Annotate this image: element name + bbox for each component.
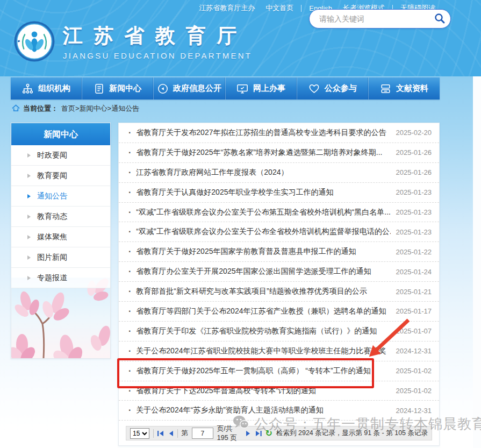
page-number-input[interactable] [192, 428, 213, 439]
nav-item[interactable]: 政府信息公开 [154, 77, 225, 99]
notice-link[interactable]: 教育部首批“新文科研究与改革实践项目”结题验收推荐优秀项目的公示 [136, 287, 390, 296]
triangle-bullet-icon [27, 255, 31, 260]
notice-row: ·省教育厅关于发布2027年拟在江苏招生的普通高校专业选考科目要求的公告2025… [119, 123, 439, 143]
page-label-suffix: 页/共 195 页 [217, 424, 242, 443]
triangle-bullet-icon [27, 235, 31, 239]
notice-list-panel: ·省教育厅关于发布2027年拟在江苏招生的普通高校专业选考科目要求的公告2025… [118, 123, 440, 446]
notice-link[interactable]: 江苏省教育厅政府网站工作年度报表（2024） [136, 168, 390, 177]
notice-link[interactable]: 省教育厅关于下达2025年普通高校“专转本”计划的通知 [136, 386, 390, 396]
notice-date: 2025-01-23 [396, 208, 432, 216]
bullet: · [128, 188, 131, 197]
sidebar-item[interactable]: 媒体聚焦 [11, 227, 110, 247]
notice-row: ·关于公布2024年江苏省职业院校技能大赛中等职业学校班主任能力比赛获奖2024… [119, 342, 439, 361]
breadcrumb: 当前位置： 首页>新闻中心>通知公告 [12, 104, 139, 113]
sidebar-item-label: 通知公告 [37, 191, 67, 201]
org-chart-icon [22, 83, 33, 94]
notice-link[interactable]: 省教育厅关于做好2025年五年一贯制高职（高师） “专转本”工作的通知 [136, 366, 390, 376]
notice-date: 2025-01-26 [396, 168, 432, 176]
refresh-icon[interactable]: ↻ [265, 429, 272, 438]
notice-date: 2025-01-23 [396, 188, 432, 196]
bullet: · [128, 307, 131, 316]
sidebar-item[interactable]: 图片新闻 [11, 247, 110, 268]
notice-link[interactable]: “双减”工作省级联席会议办公室关于公布全省校外培训机构监督举报电话的公... [136, 227, 390, 237]
sidebar: 新闻中心 时政要闻教育要闻通知公告教育动态媒体聚焦图片新闻专题报道 [11, 123, 111, 359]
sidebar-item[interactable]: 教育要闻 [11, 166, 110, 186]
sidebar-item-label: 专题报道 [37, 273, 67, 283]
pagination-bar: 15 第 页/共 195 页 ↻ 检索到 2924 条记录，显示第 91 条 -… [126, 426, 432, 440]
notice-row: ·省教育厅等四部门关于公布2024年江苏省产业教授（兼职）选聘名单的通知2025… [119, 302, 439, 322]
breadcrumb-path[interactable]: 首页>新闻中心>通知公告 [61, 104, 139, 113]
notice-link[interactable]: 省教育厅关于发布2027年拟在江苏招生的普通高校专业选考科目要求的公告 [136, 128, 390, 138]
triangle-bullet-icon [27, 174, 31, 178]
divider [177, 429, 178, 438]
divider [153, 429, 154, 438]
divider [301, 5, 301, 12]
sidebar-item[interactable]: 通知公告 [11, 186, 110, 207]
topbar-link[interactable]: 中文首页 [265, 3, 293, 13]
notice-date: 2025-01-02 [396, 367, 432, 375]
nav-item-label: 公众参与 [325, 83, 357, 94]
bullet: · [128, 227, 131, 237]
bullet: · [128, 366, 131, 376]
notice-link[interactable]: 省教育厅关于印发《江苏省职业院校劳动教育实施指南（试行）》的通知 [136, 326, 390, 336]
masthead: 江 苏 省 教 育 厅 JIANGSU EDUCATION DEPARTMENT [13, 20, 252, 62]
site-header: 江苏省教育厅主办中文首页English长者浏览模式无障碍阅读 江 苏 省 教 [0, 0, 481, 76]
nav-item[interactable]: 网上办事 [226, 77, 297, 99]
search-input[interactable] [318, 14, 433, 24]
page: 江苏省教育厅主办中文首页English长者浏览模式无障碍阅读 江 苏 省 教 [0, 0, 481, 448]
notice-link[interactable]: 省教育厅关于做好2025年国家学前教育普及普惠县申报工作的通知 [136, 247, 390, 257]
notice-row: ·教育部首批“新文科研究与改革实践项目”结题验收推荐优秀项目的公示2025-01… [119, 282, 439, 302]
search-icon [433, 12, 446, 26]
nav-item-label: 新闻中心 [109, 83, 141, 94]
bullet: · [128, 386, 131, 396]
notice-row: ·省教育厅关于认真做好2025年职业学校学生实习工作的通知2025-01-23 [119, 183, 439, 203]
nav-item[interactable]: 公众参与 [297, 77, 369, 99]
notice-row: ·省教育厅关于做好2025年五年一贯制高职（高师） “专转本”工作的通知2025… [119, 361, 439, 381]
triangle-bullet-icon [27, 153, 31, 158]
notice-row: ·“双减”工作省级联席会议办公室关于公布全省校外培训机构监督举报电话的公...2… [119, 222, 439, 242]
online-service-icon [236, 83, 248, 94]
bullet: · [128, 406, 131, 415]
bullet: · [128, 326, 131, 336]
sidebar-item[interactable]: 专题报道 [11, 268, 110, 288]
notice-link[interactable]: 省教育厅等四部门关于公布2024年江苏省产业教授（兼职）选聘名单的通知 [136, 307, 390, 316]
first-page-button[interactable] [157, 430, 164, 437]
notice-date: 2025-01-02 [396, 387, 432, 395]
last-page-button[interactable] [255, 430, 262, 437]
notice-row: ·省教育厅关于做好2025年“苏教名家”培养对象遴选暨第二期培养对象终期...2… [119, 143, 439, 163]
notice-link[interactable]: 关于公布2024年“苏乡永助”资助育人主题活动结果的通知 [136, 406, 390, 415]
main-nav: 组织机构新闻中心政府信息公开网上办事公众参与文献资料 [11, 77, 440, 99]
nav-item-label: 文献资料 [396, 83, 428, 94]
news-doc-icon [94, 83, 104, 94]
notice-link[interactable]: 省教育厅办公室关于开展2025年国家公派出国留学选派受理工作的通知 [136, 267, 390, 276]
bullet: · [128, 128, 131, 138]
triangle-bullet-icon [27, 194, 31, 198]
nav-item[interactable]: 新闻中心 [82, 77, 154, 99]
notice-link[interactable]: “双减”工作省级联席会议办公室关于公布第五期全省校外培训机构“黑白名单... [136, 208, 390, 217]
sidebar-item[interactable]: 时政要闻 [11, 145, 110, 166]
notice-link[interactable]: 关于公布2024年江苏省职业院校技能大赛中等职业学校班主任能力比赛获奖 [136, 346, 390, 356]
sidebar-item-label: 教育动态 [37, 212, 67, 222]
site-title-block: 江 苏 省 教 育 厅 JIANGSU EDUCATION DEPARTMENT [63, 23, 252, 60]
prev-page-button[interactable] [168, 430, 174, 437]
page-size-select[interactable]: 15 [130, 428, 149, 439]
nav-item-label: 网上办事 [253, 83, 285, 94]
bullet: · [128, 148, 131, 158]
nav-item[interactable]: 组织机构 [11, 77, 82, 99]
info-disclosure-icon [157, 83, 168, 94]
topbar-link[interactable]: 江苏省教育厅主办 [199, 3, 255, 13]
heart-icon [308, 83, 320, 94]
notice-link[interactable]: 省教育厅关于认真做好2025年职业学校学生实习工作的通知 [136, 188, 390, 197]
site-title: 江 苏 省 教 育 厅 [63, 23, 252, 49]
site-logo-icon[interactable] [13, 20, 55, 62]
notice-date: 2025-01-26 [396, 148, 432, 157]
search-button[interactable] [433, 12, 446, 26]
triangle-bullet-icon [27, 215, 31, 219]
sidebar-item[interactable]: 教育动态 [11, 207, 110, 227]
sidebar-item-label: 图片新闻 [37, 253, 67, 262]
sidebar-item-label: 媒体聚焦 [37, 232, 67, 242]
nav-item[interactable]: 文献资料 [369, 77, 440, 99]
next-page-button[interactable] [246, 430, 251, 437]
notice-link[interactable]: 省教育厅关于做好2025年“苏教名家”培养对象遴选暨第二期培养对象终期... [136, 148, 390, 158]
notice-row: ·省教育厅关于印发《江苏省职业院校劳动教育实施指南（试行）》的通知2025-01… [119, 322, 439, 342]
